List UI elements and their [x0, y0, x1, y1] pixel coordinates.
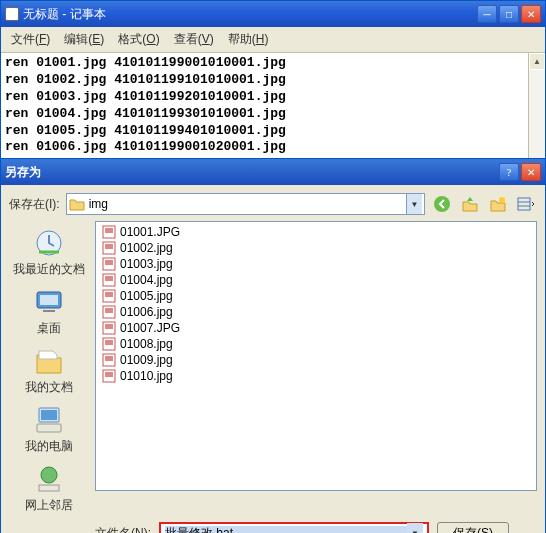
minimize-button[interactable]: ─	[477, 5, 497, 23]
file-item[interactable]: 01006.jpg	[102, 304, 530, 320]
sidebar-mycomputer[interactable]: 我的电脑	[23, 402, 75, 457]
menu-view[interactable]: 查看(V)	[168, 29, 220, 50]
file-list[interactable]: 01001.JPG01002.jpg01003.jpg01004.jpg0100…	[95, 221, 537, 491]
image-file-icon	[102, 289, 116, 303]
saveas-help-button[interactable]: ?	[499, 163, 519, 181]
file-name: 01006.jpg	[120, 305, 173, 319]
file-name: 01003.jpg	[120, 257, 173, 271]
folder-icon	[69, 197, 85, 211]
scroll-up-icon[interactable]: ▲	[529, 53, 545, 70]
svg-point-0	[434, 196, 450, 212]
file-item[interactable]: 01005.jpg	[102, 288, 530, 304]
notepad-window: 无标题 - 记事本 ─ □ ✕ 文件(F) 编辑(E) 格式(O) 查看(V) …	[0, 0, 546, 184]
filename-row: 文件名(N): ▼ 保存(S)	[9, 522, 537, 533]
saveas-title: 另存为	[5, 164, 499, 181]
location-combo[interactable]: img ▼	[66, 193, 425, 215]
sidebar-network[interactable]: 网上邻居	[23, 461, 75, 516]
file-name: 01007.JPG	[120, 321, 180, 335]
notepad-text[interactable]: ren 01001.jpg 410101199001010001.jpg ren…	[1, 53, 545, 158]
file-item[interactable]: 01003.jpg	[102, 256, 530, 272]
svg-rect-32	[105, 372, 113, 377]
file-item[interactable]: 01010.jpg	[102, 368, 530, 384]
notepad-menubar: 文件(F) 编辑(E) 格式(O) 查看(V) 帮助(H)	[1, 27, 545, 53]
svg-rect-12	[39, 485, 59, 491]
image-file-icon	[102, 241, 116, 255]
mycomputer-icon	[33, 404, 65, 436]
filename-chevron-down-icon[interactable]: ▼	[407, 523, 423, 533]
image-file-icon	[102, 369, 116, 383]
notepad-titlebar: 无标题 - 记事本 ─ □ ✕	[1, 1, 545, 27]
image-file-icon	[102, 353, 116, 367]
scroll-track[interactable]	[529, 70, 545, 166]
mydocs-icon	[33, 345, 65, 377]
menu-edit[interactable]: 编辑(E)	[58, 29, 110, 50]
chevron-down-icon[interactable]: ▼	[406, 194, 422, 214]
back-button[interactable]	[431, 193, 453, 215]
sidebar-mydocs[interactable]: 我的文档	[23, 343, 75, 398]
notepad-app-icon	[5, 7, 19, 21]
svg-rect-18	[105, 260, 113, 265]
saveas-sidebar: 我最近的文档 桌面 我的文档 我的电脑 网上邻居	[9, 221, 89, 516]
file-name: 01002.jpg	[120, 241, 173, 255]
svg-rect-16	[105, 244, 113, 249]
file-item[interactable]: 01001.JPG	[102, 224, 530, 240]
svg-rect-26	[105, 324, 113, 329]
file-name: 01008.jpg	[120, 337, 173, 351]
file-item[interactable]: 01007.JPG	[102, 320, 530, 336]
file-name: 01004.jpg	[120, 273, 173, 287]
file-name: 01001.JPG	[120, 225, 180, 239]
image-file-icon	[102, 273, 116, 287]
svg-rect-20	[105, 276, 113, 281]
svg-rect-7	[40, 295, 58, 305]
sidebar-recent[interactable]: 我最近的文档	[11, 225, 87, 280]
saveas-toolbar: 保存在(I): img ▼	[9, 193, 537, 215]
svg-rect-9	[41, 410, 57, 420]
image-file-icon	[102, 321, 116, 335]
up-button[interactable]	[459, 193, 481, 215]
notepad-title: 无标题 - 记事本	[23, 6, 477, 23]
image-file-icon	[102, 225, 116, 239]
svg-point-11	[41, 467, 57, 483]
save-in-label: 保存在(I):	[9, 196, 60, 213]
new-folder-button[interactable]	[487, 193, 509, 215]
saveas-close-button[interactable]: ✕	[521, 163, 541, 181]
svg-point-1	[499, 197, 505, 203]
file-name: 01005.jpg	[120, 289, 173, 303]
location-text: img	[89, 197, 406, 211]
file-item[interactable]: 01008.jpg	[102, 336, 530, 352]
view-menu-button[interactable]	[515, 193, 537, 215]
file-item[interactable]: 01009.jpg	[102, 352, 530, 368]
menu-file[interactable]: 文件(F)	[5, 29, 56, 50]
file-name: 01009.jpg	[120, 353, 173, 367]
saveas-dialog: 另存为 ? ✕ 保存在(I): img ▼	[0, 158, 546, 533]
menu-format[interactable]: 格式(O)	[112, 29, 165, 50]
image-file-icon	[102, 337, 116, 351]
image-file-icon	[102, 305, 116, 319]
close-button[interactable]: ✕	[521, 5, 541, 23]
filename-combo[interactable]: ▼	[159, 522, 429, 533]
file-name: 01010.jpg	[120, 369, 173, 383]
desktop-icon	[33, 286, 65, 318]
svg-rect-30	[105, 356, 113, 361]
svg-rect-28	[105, 340, 113, 345]
save-button[interactable]: 保存(S)	[437, 522, 509, 533]
svg-rect-2	[518, 198, 530, 210]
image-file-icon	[102, 257, 116, 271]
menu-help[interactable]: 帮助(H)	[222, 29, 275, 50]
maximize-button[interactable]: □	[499, 5, 519, 23]
network-icon	[33, 463, 65, 495]
saveas-titlebar: 另存为 ? ✕	[1, 159, 545, 185]
sidebar-desktop[interactable]: 桌面	[31, 284, 67, 339]
file-item[interactable]: 01004.jpg	[102, 272, 530, 288]
svg-rect-14	[105, 228, 113, 233]
svg-rect-10	[37, 424, 61, 432]
file-item[interactable]: 01002.jpg	[102, 240, 530, 256]
svg-rect-24	[105, 308, 113, 313]
filename-input[interactable]	[165, 526, 407, 533]
recent-icon	[33, 227, 65, 259]
svg-rect-22	[105, 292, 113, 297]
filename-label: 文件名(N):	[95, 525, 151, 534]
